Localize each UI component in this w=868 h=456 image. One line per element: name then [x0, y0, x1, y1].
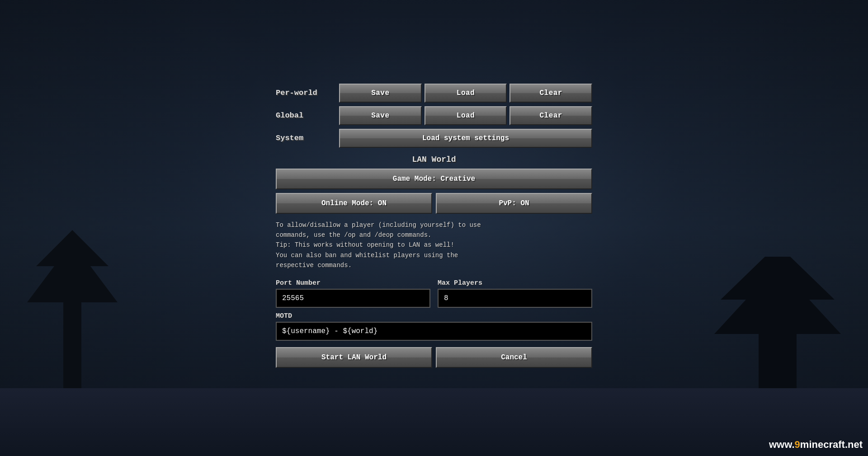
per-world-load-button[interactable]: Load	[425, 84, 507, 103]
per-world-btn-group: Save Load Clear	[339, 84, 592, 103]
max-players-group: Max Players	[438, 279, 592, 308]
settings-panel: Per-world Save Load Clear Global Save Lo…	[262, 75, 606, 382]
start-lan-world-button[interactable]: Start LAN World	[276, 347, 432, 368]
motd-input[interactable]	[276, 322, 592, 341]
lan-world-title: LAN World	[276, 155, 592, 164]
watermark-9-part: 9	[795, 439, 800, 450]
watermark-www: www.	[769, 439, 795, 450]
fields-row: Port Number Max Players	[276, 279, 592, 308]
watermark-net: .net	[845, 439, 863, 450]
global-btn-group: Save Load Clear	[339, 106, 592, 125]
watermark-minecraft: minecraft	[800, 439, 845, 450]
motd-label: MOTD	[276, 312, 592, 320]
port-number-group: Port Number	[276, 279, 430, 308]
port-number-input[interactable]	[276, 289, 430, 308]
per-world-row: Per-world Save Load Clear	[276, 84, 592, 103]
global-load-button[interactable]: Load	[425, 106, 507, 125]
system-label: System	[276, 134, 335, 142]
per-world-save-button[interactable]: Save	[339, 84, 422, 103]
bottom-buttons-row: Start LAN World Cancel	[276, 347, 592, 368]
system-btn-group: Load system settings	[339, 129, 592, 148]
system-row: System Load system settings	[276, 129, 592, 148]
game-mode-button[interactable]: Game Mode: Creative	[276, 169, 592, 189]
per-world-label: Per-world	[276, 89, 335, 97]
motd-group: MOTD	[276, 312, 592, 341]
ui-container: Per-world Save Load Clear Global Save Lo…	[0, 0, 868, 456]
watermark: www.9minecraft.net	[769, 439, 863, 451]
port-number-label: Port Number	[276, 279, 430, 287]
max-players-label: Max Players	[438, 279, 592, 287]
global-label: Global	[276, 111, 335, 120]
global-clear-button[interactable]: Clear	[509, 106, 592, 125]
online-mode-button[interactable]: Online Mode: ON	[276, 193, 432, 214]
max-players-input[interactable]	[438, 289, 592, 308]
global-row: Global Save Load Clear	[276, 106, 592, 125]
load-system-settings-button[interactable]: Load system settings	[339, 129, 592, 148]
info-text: To allow/disallow a player (including yo…	[276, 220, 592, 271]
cancel-button[interactable]: Cancel	[436, 347, 592, 368]
per-world-clear-button[interactable]: Clear	[509, 84, 592, 103]
online-pvp-row: Online Mode: ON PvP: ON	[276, 193, 592, 214]
pvp-button[interactable]: PvP: ON	[436, 193, 592, 214]
global-save-button[interactable]: Save	[339, 106, 422, 125]
